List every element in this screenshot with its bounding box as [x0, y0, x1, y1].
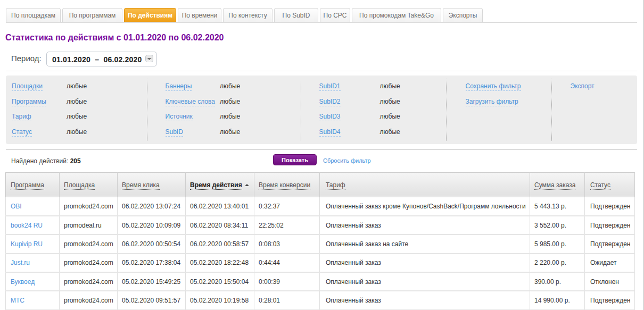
actions-table: Программа Площадка Время клика Время дей…: [5, 172, 635, 310]
sort-ascending-icon: [245, 184, 249, 186]
period-date-range-input[interactable]: 01.01.2020 – 06.02.2020: [46, 52, 157, 66]
filter-programs-link[interactable]: Программы: [12, 98, 46, 106]
filter-programs-value: любые: [67, 94, 87, 109]
tab-by-promocodes[interactable]: По промокодам Take&Go: [352, 8, 441, 22]
export-link[interactable]: Экспорт: [571, 82, 595, 90]
calendar-dropdown-button[interactable]: [145, 55, 153, 62]
table-cell: Ожидает: [585, 254, 635, 272]
tab-by-time[interactable]: По времени: [178, 8, 221, 22]
tab-by-context[interactable]: По контексту: [223, 8, 273, 22]
tab-exports[interactable]: Экспорты: [443, 8, 483, 22]
table-cell: 05.02.2020 15:50:04: [186, 272, 254, 291]
filter-subid4-link[interactable]: SubID4: [319, 128, 341, 137]
program-link[interactable]: OBI: [11, 203, 22, 210]
sort-click-time-link[interactable]: Время клика: [122, 181, 160, 190]
table-cell: Отклонен: [585, 272, 635, 291]
table-cell: 06.02.2020 00:50:54: [118, 234, 186, 253]
statistics-page: По площадкам По программам По действиям …: [0, 0, 644, 310]
sort-action-time-link[interactable]: Время действия: [190, 181, 242, 190]
program-link[interactable]: book24 RU: [11, 222, 43, 229]
save-filter-link[interactable]: Сохранить фильтр: [466, 82, 521, 91]
table-cell: 0:28:01: [254, 291, 320, 309]
reset-filter-link[interactable]: Сбросить фильтр: [323, 157, 371, 164]
sort-conversion-time-link[interactable]: Время конверсии: [259, 181, 310, 190]
program-link[interactable]: МТС: [11, 297, 24, 304]
table-cell: 0:32:37: [254, 197, 320, 216]
column-header-order-sum: Сумма заказа: [530, 173, 585, 197]
table-cell: 0:00:39: [254, 272, 320, 291]
table-header-row: Программа Площадка Время клика Время дей…: [6, 173, 635, 197]
program-link[interactable]: Just.ru: [11, 259, 30, 266]
sort-status-link[interactable]: Статус: [590, 181, 610, 190]
table-cell: promodeal.ru: [60, 216, 118, 234]
filter-item: Сохранить фильтр: [466, 79, 521, 94]
table-row: OBI promokod24.com 06.02.2020 13:07:24 0…: [6, 197, 635, 216]
program-link[interactable]: Буквоед: [11, 278, 35, 286]
filter-item: SubID3: [319, 109, 341, 124]
filter-panel: Площадки любые Программы любые Тариф люб…: [6, 76, 637, 144]
filter-item: Программы: [12, 94, 46, 109]
period-date-range-value: 01.01.2020 – 06.02.2020: [52, 55, 142, 64]
tab-by-platforms[interactable]: По площадкам: [6, 8, 61, 22]
table-cell: 3 552.00 р.: [530, 216, 585, 234]
table-cell: 06.02.2020 00:58:57: [186, 234, 254, 253]
load-filter-link[interactable]: Загрузить фильтр: [466, 98, 518, 106]
table-cell: 5 443.13 р.: [530, 197, 585, 216]
table-cell: Оплаченный заказ кроме Купонов/CashBack/…: [320, 197, 530, 216]
table-cell: 0:08:03: [254, 234, 320, 253]
tab-by-cpc[interactable]: По CPC: [320, 8, 350, 22]
table-cell: МТС: [6, 291, 60, 309]
filter-subid4-value: любые: [380, 124, 400, 139]
filter-item: Загрузить фильтр: [466, 94, 518, 109]
sort-platform-link[interactable]: Площадка: [64, 181, 95, 190]
table-cell: Буквоед: [6, 272, 60, 291]
table-cell: Подтвержден: [585, 291, 635, 309]
table-cell: 22:25:02: [254, 216, 320, 234]
table-cell: promokod24.com: [60, 234, 118, 253]
table-row: Just.ru promokod24.com 05.02.2020 17:38:…: [6, 254, 635, 272]
filter-keywords-value: любые: [220, 94, 240, 109]
column-header-conversion-time: Время конверсии: [254, 173, 320, 197]
filter-tariff-link[interactable]: Тариф: [12, 113, 31, 121]
filter-item: Тариф: [12, 109, 31, 124]
table-cell: 390.00 р.: [530, 272, 585, 291]
sort-program-link[interactable]: Программа: [11, 181, 44, 190]
filter-subid1-link[interactable]: SubID1: [319, 82, 341, 91]
table-cell: Оплаченный заказ: [320, 216, 530, 234]
table-cell: book24 RU: [6, 216, 60, 234]
tab-by-subid[interactable]: По SubID: [274, 8, 318, 22]
filter-platforms-link[interactable]: Площадки: [12, 82, 43, 91]
sort-order-sum-link[interactable]: Сумма заказа: [534, 181, 575, 190]
filter-subid2-link[interactable]: SubID2: [319, 98, 341, 106]
filter-platforms-value: любые: [67, 79, 87, 94]
filter-item: SubID2: [319, 94, 341, 109]
table-cell: 05.02.2020 09:51:57: [118, 291, 186, 309]
table-row: МТС promokod24.com 05.02.2020 09:51:57 0…: [6, 291, 635, 309]
filter-item: SubID1: [319, 79, 341, 94]
show-button[interactable]: Показать: [273, 154, 317, 165]
column-header-program: Программа: [6, 173, 60, 197]
table-cell: Оплаченный заказ: [320, 272, 530, 291]
table-cell: Подтвержден: [585, 197, 635, 216]
table-cell: 05.02.2020 10:09:09: [118, 216, 186, 234]
program-link[interactable]: Kupivip RU: [11, 240, 43, 248]
filter-divider: [551, 79, 552, 141]
filter-keywords-link[interactable]: Ключевые слова: [166, 98, 215, 106]
filter-banners-link[interactable]: Баннеры: [166, 82, 192, 91]
page-title: Статистика по действиям с 01.01.2020 по …: [5, 33, 224, 43]
table-row: Буквоед promokod24.com 05.02.2020 15:49:…: [6, 272, 635, 291]
filter-item: Статус: [12, 124, 32, 139]
filter-subid2-value: любые: [380, 94, 400, 109]
chevron-down-icon: [147, 57, 152, 61]
filter-subid-link[interactable]: SubID: [166, 128, 183, 137]
column-header-status: Статус: [585, 173, 635, 197]
filter-divider: [446, 79, 447, 141]
tab-by-actions[interactable]: По действиям: [124, 8, 176, 22]
filter-banners-value: любые: [220, 79, 240, 94]
sort-tariff-link[interactable]: Тариф: [326, 181, 345, 190]
filter-item: SubID4: [319, 124, 341, 139]
filter-source-link[interactable]: Источник: [166, 113, 193, 121]
filter-subid3-link[interactable]: SubID3: [319, 113, 341, 121]
tab-by-programs[interactable]: По программам: [62, 8, 122, 22]
filter-status-link[interactable]: Статус: [12, 128, 32, 137]
